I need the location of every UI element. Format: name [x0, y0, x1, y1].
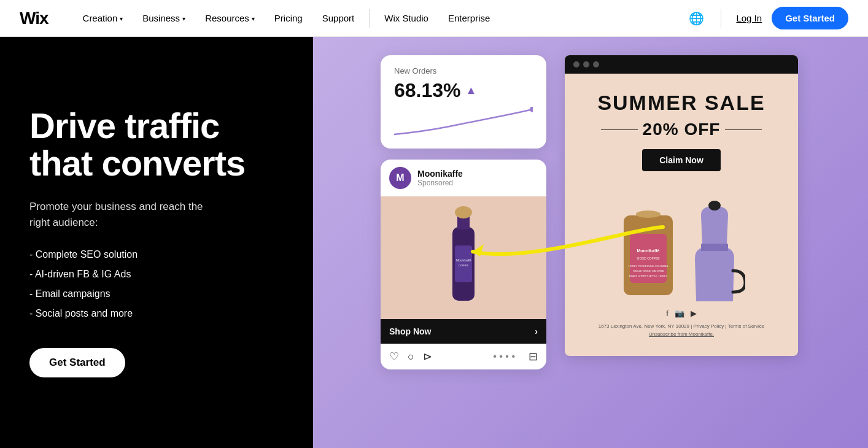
share-icon[interactable]: ⊳ — [423, 350, 432, 363]
hero-get-started-button[interactable]: Get Started — [29, 348, 125, 377]
stats-value: 68.13% ▲ — [394, 79, 533, 102]
email-dot-2 — [583, 61, 589, 68]
hero-left-panel: Drive traffic that converts Promote your… — [0, 37, 313, 448]
feature-item-3: - Email campaigns — [29, 284, 284, 304]
nav-right: 🌐 Log In Get Started — [686, 7, 848, 29]
instagram-card: M Moonikaffe Sponsored Moonikaff — [381, 160, 546, 369]
login-button[interactable]: Log In — [736, 13, 762, 23]
chevron-right-icon: › — [535, 326, 538, 336]
bookmark-icon[interactable]: ⊟ — [529, 350, 538, 363]
nav-divider — [369, 9, 370, 28]
svg-point-15 — [636, 210, 661, 218]
nav-item-pricing[interactable]: Pricing — [265, 0, 312, 37]
svg-text:SINGLE ORIGIN CATURRA: SINGLE ORIGIN CATURRA — [633, 269, 664, 272]
svg-point-1 — [530, 107, 533, 112]
email-footer-address: 1673 Lexington Ave, New York, NY 10029 |… — [584, 323, 778, 339]
email-cta-button[interactable]: Claim Now — [642, 149, 721, 171]
svg-rect-16 — [701, 244, 728, 251]
svg-point-4 — [455, 206, 472, 218]
heart-icon[interactable]: ♡ — [389, 350, 399, 363]
email-dot-1 — [573, 61, 579, 68]
youtube-icon: ▶ — [691, 309, 697, 318]
facebook-icon: f — [666, 309, 668, 318]
instagram-icon: 📷 — [675, 309, 684, 318]
chevron-down-icon: ▾ — [182, 15, 185, 22]
hero-heading: Drive traffic that converts — [29, 107, 284, 182]
email-divider: 20% OFF — [584, 120, 778, 139]
ig-footer: ♡ ○ ⊳ • • • • ⊟ — [381, 344, 546, 369]
nav-item-business[interactable]: Business ▾ — [133, 0, 195, 37]
hero-section: Drive traffic that converts Promote your… — [0, 37, 868, 448]
nav-item-wix-studio[interactable]: Wix Studio — [374, 0, 438, 37]
svg-text:HONEY PROCESSING COLOMBIA: HONEY PROCESSING COLOMBIA — [629, 265, 668, 268]
svg-text:GOOD COFFEE: GOOD COFFEE — [637, 257, 661, 260]
wix-logo[interactable]: Wix — [20, 9, 48, 28]
stats-card: New Orders 68.13% ▲ — [381, 55, 546, 149]
hero-right-panel: New Orders 68.13% ▲ M Moonikaffe Sponsor… — [313, 37, 868, 448]
stats-chart — [394, 107, 533, 137]
stats-label: New Orders — [394, 66, 533, 75]
ig-shop-now-bar[interactable]: Shop Now › — [381, 319, 546, 344]
email-dot-3 — [593, 61, 599, 68]
ig-sponsored-label: Sponsored — [417, 179, 463, 187]
svg-text:COFFEE: COFFEE — [459, 264, 469, 267]
svg-text:BLACK CHERRY, APPLE, HONEY: BLACK CHERRY, APPLE, HONEY — [629, 274, 667, 277]
nav-divider-2 — [721, 9, 721, 28]
email-discount: 20% OFF — [643, 120, 721, 139]
email-title: SUMMER SALE — [584, 91, 778, 115]
nav-links: Creation ▾ Business ▾ Resources ▾ Pricin… — [73, 0, 687, 37]
email-social-icons: f 📷 ▶ — [584, 309, 778, 318]
chevron-down-icon: ▾ — [120, 15, 123, 22]
svg-point-17 — [708, 201, 721, 210]
feature-item-1: - Complete SEO solution — [29, 245, 284, 265]
ig-header: M Moonikaffe Sponsored — [381, 160, 546, 196]
trend-up-icon: ▲ — [466, 84, 477, 97]
email-body: SUMMER SALE 20% OFF Claim Now Moonikaffé… — [565, 74, 798, 356]
ig-brand-name: Moonikaffe — [417, 169, 463, 179]
nav-item-resources[interactable]: Resources ▾ — [195, 0, 265, 37]
feature-item-2: - AI-driven FB & IG Ads — [29, 265, 284, 284]
svg-text:Moonikaffé: Moonikaffé — [456, 258, 471, 262]
hero-subtext: Promote your business and reach theright… — [29, 199, 284, 230]
nav-item-creation[interactable]: Creation ▾ — [73, 0, 133, 37]
ig-avatar: M — [389, 167, 411, 189]
comment-icon[interactable]: ○ — [408, 350, 414, 363]
navbar: Wix Creation ▾ Business ▾ Resources ▾ Pr… — [0, 0, 868, 37]
unsubscribe-link[interactable]: Unsubscribe from Moonikaffe. — [649, 331, 714, 337]
pagination-dots: • • • • — [493, 351, 515, 362]
hero-features-list: - Complete SEO solution - AI-driven FB &… — [29, 245, 284, 323]
nav-item-enterprise[interactable]: Enterprise — [438, 0, 500, 37]
email-top-bar — [565, 55, 798, 74]
email-card: SUMMER SALE 20% OFF Claim Now Moonikaffé… — [565, 55, 798, 356]
chevron-down-icon: ▾ — [252, 15, 255, 22]
ig-product-image: Moonikaffé COFFEE — [381, 196, 546, 319]
nav-get-started-button[interactable]: Get Started — [772, 7, 848, 29]
email-product-area: Moonikaffé GOOD COFFEE HONEY PROCESSING … — [584, 179, 778, 301]
globe-icon[interactable]: 🌐 — [686, 9, 706, 28]
feature-item-4: - Social posts and more — [29, 304, 284, 323]
nav-item-support[interactable]: Support — [312, 0, 365, 37]
svg-text:Moonikaffé: Moonikaffé — [637, 249, 660, 253]
